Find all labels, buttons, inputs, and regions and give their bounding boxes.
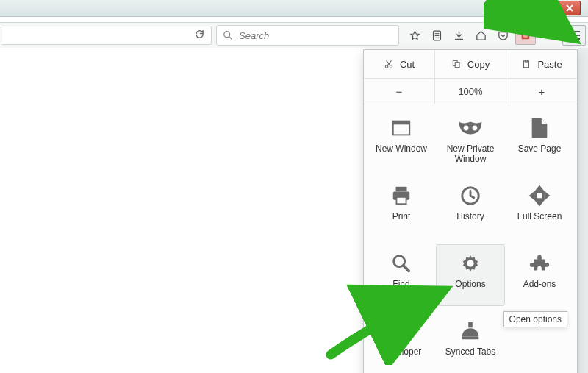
page-icon [526, 115, 553, 141]
search-bar[interactable] [216, 25, 399, 46]
svg-point-4 [224, 32, 230, 38]
cut-label: Cut [400, 59, 415, 70]
developer-button[interactable]: Developer [367, 312, 436, 373]
bookmark-star-icon[interactable] [404, 25, 426, 46]
svg-point-11 [523, 33, 528, 38]
print-label: Print [392, 212, 411, 222]
reader-mode-icon[interactable] [537, 25, 559, 46]
copy-icon [451, 59, 462, 69]
svg-line-34 [404, 266, 409, 271]
home-icon[interactable] [470, 25, 492, 46]
plus-icon: + [539, 85, 545, 98]
print-icon [388, 182, 415, 209]
svg-rect-1 [543, 5, 549, 10]
svg-line-5 [229, 37, 232, 40]
tooltip-text: Open options [509, 314, 562, 324]
find-button[interactable]: Find [367, 244, 436, 312]
developer-label: Developer [381, 347, 422, 358]
gear-icon [457, 250, 484, 277]
close-button[interactable] [559, 1, 581, 15]
svg-point-35 [467, 260, 473, 266]
svg-rect-37 [468, 322, 473, 328]
cut-button[interactable]: Cut [364, 50, 434, 78]
options-label: Options [455, 280, 485, 290]
addon-button[interactable] [515, 26, 536, 45]
window-caption-buttons [510, 1, 581, 15]
full-screen-button[interactable]: Full Screen [505, 177, 574, 244]
clock-icon [457, 182, 484, 209]
toolbar-icons [404, 25, 586, 46]
svg-rect-28 [396, 187, 407, 192]
search-input[interactable] [237, 29, 392, 42]
minus-icon: − [396, 85, 403, 98]
new-window-label: New Window [376, 144, 427, 154]
svg-rect-12 [545, 31, 552, 39]
new-private-label: New Private Window [436, 144, 505, 165]
svg-rect-21 [455, 63, 459, 68]
options-button[interactable]: Options [436, 244, 505, 306]
cut-icon [384, 59, 394, 69]
hamburger-icon [567, 30, 581, 40]
puzzle-icon [526, 250, 553, 277]
zoom-row: − 100% + [364, 79, 577, 104]
maximize-button[interactable] [535, 1, 557, 15]
tooltip: Open options [503, 311, 567, 327]
svg-point-27 [473, 126, 478, 131]
addons-button[interactable]: Add-ons [505, 244, 574, 312]
history-label: History [456, 212, 484, 222]
synced-tabs-label: Synced Tabs [445, 347, 496, 358]
svg-rect-30 [396, 197, 406, 204]
paste-label: Paste [537, 59, 562, 70]
zoom-level[interactable]: 100% [434, 79, 506, 104]
downloads-icon[interactable] [448, 25, 470, 46]
paste-icon [521, 59, 531, 69]
history-button[interactable]: History [436, 177, 505, 244]
zoom-out-button[interactable]: − [364, 79, 434, 104]
full-screen-label: Full Screen [517, 212, 562, 222]
search-icon [223, 30, 233, 40]
save-page-label: Save Page [518, 144, 562, 154]
save-page-button[interactable]: Save Page [505, 109, 574, 177]
fullscreen-icon [526, 182, 553, 209]
wrench-icon [388, 318, 415, 344]
svg-rect-32 [536, 192, 542, 199]
minimize-button[interactable] [512, 1, 534, 15]
new-private-window-button[interactable]: New Private Window [436, 109, 505, 177]
window-icon [388, 115, 415, 141]
magnifier-icon [388, 250, 415, 277]
zoom-in-button[interactable]: + [506, 79, 577, 104]
synced-tabs-button[interactable]: Synced Tabs [436, 312, 505, 373]
address-bar[interactable] [2, 26, 212, 45]
menu-grid: New Window New Private Window Save Page … [364, 104, 577, 373]
copy-button[interactable]: Copy [434, 50, 506, 78]
edit-row: Cut Copy Paste [364, 50, 577, 79]
pocket-icon[interactable] [492, 25, 514, 46]
new-window-button[interactable]: New Window [367, 109, 436, 177]
synced-tabs-icon [457, 318, 484, 344]
browser-toolbar [0, 22, 588, 49]
scrollbar-track[interactable] [578, 48, 588, 373]
reload-icon[interactable] [194, 29, 205, 42]
svg-rect-36 [462, 337, 479, 340]
paste-button[interactable]: Paste [506, 50, 577, 78]
reading-list-icon[interactable] [426, 25, 448, 46]
copy-label: Copy [467, 59, 490, 70]
menu-button[interactable] [562, 25, 586, 46]
find-label: Find [392, 280, 409, 290]
addons-label: Add-ons [523, 280, 556, 290]
mask-icon [457, 115, 484, 141]
window-title-bar [0, 0, 588, 17]
svg-point-26 [464, 126, 469, 131]
print-button[interactable]: Print [367, 177, 436, 244]
svg-rect-25 [393, 121, 410, 125]
